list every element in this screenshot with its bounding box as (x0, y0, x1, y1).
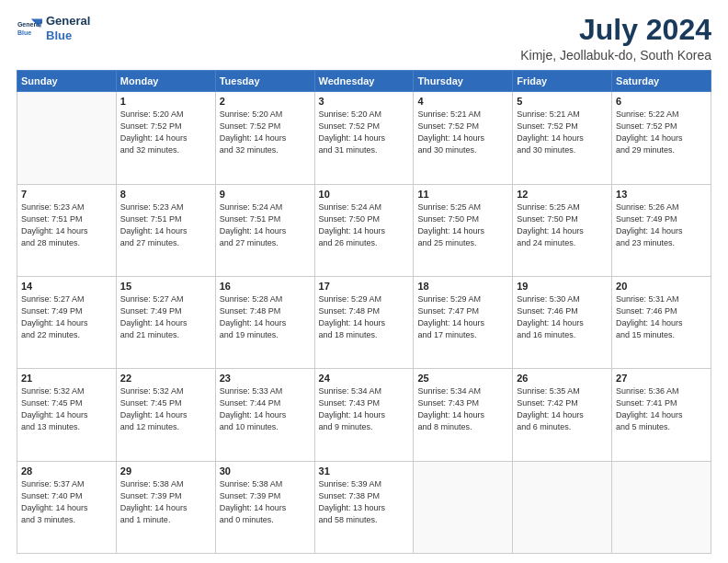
calendar-day-cell: 8Sunrise: 5:23 AMSunset: 7:51 PMDaylight… (116, 184, 215, 276)
day-info: Sunrise: 5:39 AMSunset: 7:38 PMDaylight:… (319, 478, 410, 526)
day-info: Sunrise: 5:21 AMSunset: 7:52 PMDaylight:… (417, 109, 508, 156)
day-number: 25 (417, 373, 508, 384)
day-number: 19 (517, 281, 608, 292)
calendar-week-row: 7Sunrise: 5:23 AMSunset: 7:51 PMDaylight… (17, 184, 711, 276)
calendar-day-cell (513, 461, 612, 553)
logo-icon: General Blue (17, 16, 42, 41)
day-number: 23 (220, 373, 311, 384)
day-info: Sunrise: 5:29 AMSunset: 7:48 PMDaylight:… (319, 293, 410, 341)
calendar-day-cell: 16Sunrise: 5:28 AMSunset: 7:48 PMDayligh… (215, 276, 314, 368)
calendar-week-row: 14Sunrise: 5:27 AMSunset: 7:49 PMDayligh… (17, 276, 711, 368)
day-info: Sunrise: 5:38 AMSunset: 7:39 PMDaylight:… (220, 478, 311, 526)
day-info: Sunrise: 5:21 AMSunset: 7:52 PMDaylight:… (517, 109, 608, 156)
day-info: Sunrise: 5:32 AMSunset: 7:45 PMDaylight:… (120, 385, 211, 433)
calendar-day-cell: 9Sunrise: 5:24 AMSunset: 7:51 PMDaylight… (215, 184, 314, 276)
day-number: 11 (417, 189, 508, 200)
day-info: Sunrise: 5:22 AMSunset: 7:52 PMDaylight:… (616, 109, 707, 156)
day-info: Sunrise: 5:34 AMSunset: 7:43 PMDaylight:… (417, 385, 508, 433)
calendar-week-row: 1Sunrise: 5:20 AMSunset: 7:52 PMDaylight… (17, 92, 711, 184)
calendar-day-cell: 13Sunrise: 5:26 AMSunset: 7:49 PMDayligh… (612, 184, 711, 276)
day-number: 26 (517, 373, 608, 384)
day-number: 21 (21, 373, 112, 384)
day-info: Sunrise: 5:26 AMSunset: 7:49 PMDaylight:… (616, 201, 707, 249)
day-number: 27 (616, 373, 707, 384)
calendar-day-header: Friday (513, 71, 612, 92)
svg-text:Blue: Blue (17, 29, 31, 36)
day-info: Sunrise: 5:32 AMSunset: 7:45 PMDaylight:… (21, 385, 112, 433)
day-number: 30 (220, 465, 311, 477)
calendar-day-cell: 14Sunrise: 5:27 AMSunset: 7:49 PMDayligh… (17, 276, 117, 368)
day-info: Sunrise: 5:33 AMSunset: 7:44 PMDaylight:… (220, 385, 311, 433)
day-number: 8 (120, 189, 211, 200)
calendar-day-cell: 12Sunrise: 5:25 AMSunset: 7:50 PMDayligh… (513, 184, 612, 276)
calendar-day-header: Monday (116, 71, 215, 92)
calendar-day-cell: 19Sunrise: 5:30 AMSunset: 7:46 PMDayligh… (513, 276, 612, 368)
calendar-day-cell: 31Sunrise: 5:39 AMSunset: 7:38 PMDayligh… (314, 461, 414, 553)
calendar-day-header: Wednesday (314, 71, 414, 92)
day-number: 6 (616, 96, 707, 107)
day-info: Sunrise: 5:34 AMSunset: 7:43 PMDaylight:… (319, 385, 410, 433)
calendar-day-cell: 18Sunrise: 5:29 AMSunset: 7:47 PMDayligh… (414, 276, 513, 368)
day-number: 22 (120, 373, 211, 384)
day-number: 3 (319, 96, 410, 107)
day-number: 16 (220, 281, 311, 292)
day-number: 1 (120, 96, 211, 107)
calendar-day-header: Tuesday (215, 71, 314, 92)
day-info: Sunrise: 5:37 AMSunset: 7:40 PMDaylight:… (21, 478, 112, 526)
calendar-week-row: 28Sunrise: 5:37 AMSunset: 7:40 PMDayligh… (17, 461, 711, 553)
day-number: 31 (319, 465, 410, 477)
header: General Blue General Blue July 2024 Kimj… (17, 14, 711, 63)
day-info: Sunrise: 5:38 AMSunset: 7:39 PMDaylight:… (120, 478, 211, 526)
day-info: Sunrise: 5:24 AMSunset: 7:50 PMDaylight:… (319, 201, 410, 249)
day-number: 4 (417, 96, 508, 107)
logo-text-general: General (46, 14, 90, 29)
day-info: Sunrise: 5:25 AMSunset: 7:50 PMDaylight:… (417, 201, 508, 249)
day-number: 9 (220, 189, 311, 200)
calendar-day-cell: 17Sunrise: 5:29 AMSunset: 7:48 PMDayligh… (314, 276, 414, 368)
calendar-day-cell: 23Sunrise: 5:33 AMSunset: 7:44 PMDayligh… (215, 369, 314, 461)
day-number: 13 (616, 189, 707, 200)
calendar-day-cell: 11Sunrise: 5:25 AMSunset: 7:50 PMDayligh… (414, 184, 513, 276)
day-info: Sunrise: 5:36 AMSunset: 7:41 PMDaylight:… (616, 385, 707, 433)
subtitle: Kimje, Jeollabuk-do, South Korea (520, 48, 711, 63)
day-number: 5 (517, 96, 608, 107)
calendar-day-cell: 2Sunrise: 5:20 AMSunset: 7:52 PMDaylight… (215, 92, 314, 184)
calendar-day-cell: 7Sunrise: 5:23 AMSunset: 7:51 PMDaylight… (17, 184, 117, 276)
day-number: 20 (616, 281, 707, 292)
day-number: 12 (517, 189, 608, 200)
logo: General Blue General Blue (17, 14, 90, 42)
calendar-day-cell: 4Sunrise: 5:21 AMSunset: 7:52 PMDaylight… (414, 92, 513, 184)
calendar-day-cell (17, 92, 117, 184)
calendar-day-cell: 28Sunrise: 5:37 AMSunset: 7:40 PMDayligh… (17, 461, 117, 553)
calendar-day-cell: 26Sunrise: 5:35 AMSunset: 7:42 PMDayligh… (513, 369, 612, 461)
day-number: 18 (417, 281, 508, 292)
title-block: July 2024 Kimje, Jeollabuk-do, South Kor… (520, 14, 711, 63)
calendar-day-cell: 5Sunrise: 5:21 AMSunset: 7:52 PMDaylight… (513, 92, 612, 184)
logo-text-blue: Blue (46, 29, 90, 43)
day-info: Sunrise: 5:30 AMSunset: 7:46 PMDaylight:… (517, 293, 608, 341)
day-info: Sunrise: 5:27 AMSunset: 7:49 PMDaylight:… (120, 293, 211, 341)
calendar-day-cell: 10Sunrise: 5:24 AMSunset: 7:50 PMDayligh… (314, 184, 414, 276)
page: General Blue General Blue July 2024 Kimj… (0, 0, 728, 563)
day-number: 7 (21, 189, 112, 200)
day-number: 2 (220, 96, 311, 107)
day-info: Sunrise: 5:24 AMSunset: 7:51 PMDaylight:… (220, 201, 311, 249)
day-info: Sunrise: 5:23 AMSunset: 7:51 PMDaylight:… (21, 201, 112, 249)
calendar-day-cell (414, 461, 513, 553)
calendar-day-cell: 1Sunrise: 5:20 AMSunset: 7:52 PMDaylight… (116, 92, 215, 184)
day-number: 17 (319, 281, 410, 292)
calendar-day-cell: 6Sunrise: 5:22 AMSunset: 7:52 PMDaylight… (612, 92, 711, 184)
calendar-header-row: SundayMondayTuesdayWednesdayThursdayFrid… (17, 71, 711, 92)
day-number: 29 (120, 465, 211, 477)
calendar-day-header: Sunday (17, 71, 117, 92)
calendar-day-cell: 29Sunrise: 5:38 AMSunset: 7:39 PMDayligh… (116, 461, 215, 553)
calendar-day-cell: 27Sunrise: 5:36 AMSunset: 7:41 PMDayligh… (612, 369, 711, 461)
calendar-day-cell: 21Sunrise: 5:32 AMSunset: 7:45 PMDayligh… (17, 369, 117, 461)
calendar-day-header: Saturday (612, 71, 711, 92)
calendar-day-cell: 20Sunrise: 5:31 AMSunset: 7:46 PMDayligh… (612, 276, 711, 368)
calendar-day-cell: 25Sunrise: 5:34 AMSunset: 7:43 PMDayligh… (414, 369, 513, 461)
calendar-week-row: 21Sunrise: 5:32 AMSunset: 7:45 PMDayligh… (17, 369, 711, 461)
day-number: 15 (120, 281, 211, 292)
day-number: 28 (21, 465, 112, 477)
calendar-day-cell: 15Sunrise: 5:27 AMSunset: 7:49 PMDayligh… (116, 276, 215, 368)
